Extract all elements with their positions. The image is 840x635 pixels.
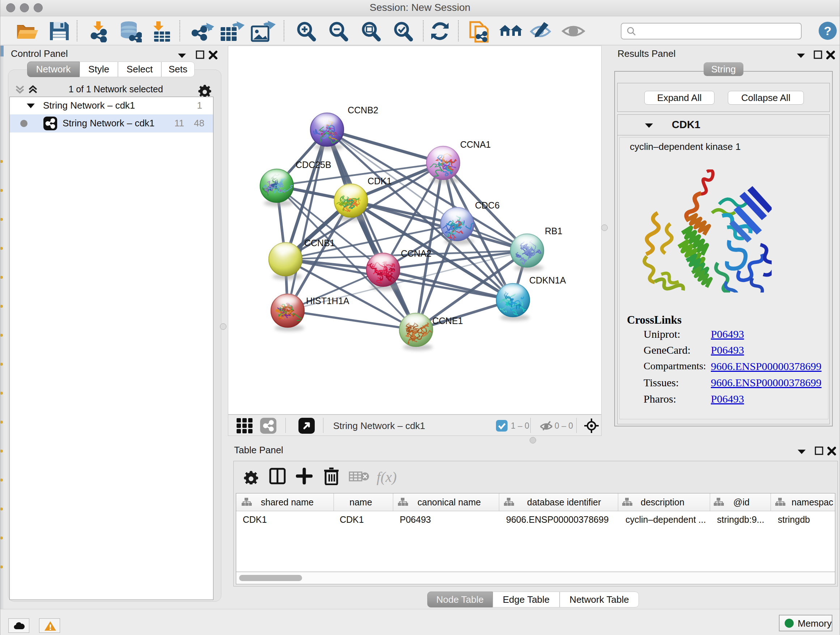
svg-text:CDC6: CDC6 [475, 200, 500, 211]
svg-text:CCNA2: CCNA2 [401, 249, 431, 258]
svg-text:CDK1: CDK1 [368, 176, 392, 186]
svg-text:CDC25B: CDC25B [295, 160, 332, 170]
svg-text:?: ? [824, 24, 832, 38]
svg-text:CCNB1: CCNB1 [304, 238, 335, 248]
svg-text:CCNE1: CCNE1 [432, 316, 463, 326]
svg-text:CCNB2: CCNB2 [347, 105, 378, 115]
svg-text:RB1: RB1 [545, 226, 562, 236]
svg-text:CCNA1: CCNA1 [460, 139, 491, 149]
svg-text:HIST1H1A: HIST1H1A [306, 296, 349, 306]
svg-text:CDKN1A: CDKN1A [529, 275, 566, 285]
